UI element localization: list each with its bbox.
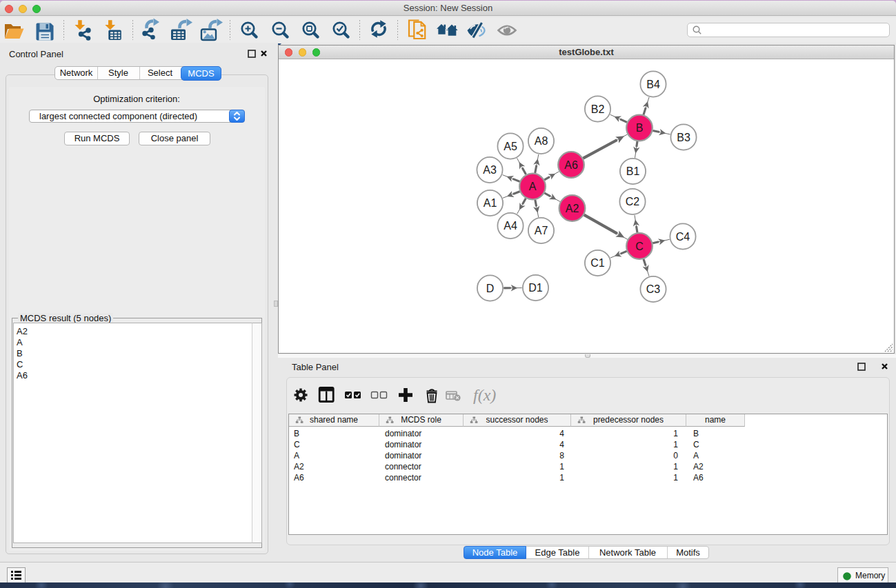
svg-text:C2: C2 [626, 196, 640, 207]
svg-text:A3: A3 [483, 164, 497, 176]
svg-text:f(x): f(x) [473, 386, 496, 404]
svg-text:A4: A4 [504, 220, 517, 232]
svg-text:D: D [486, 283, 495, 294]
svg-text:B3: B3 [677, 132, 690, 143]
svg-text:B4: B4 [646, 79, 660, 90]
svg-text:C1: C1 [590, 257, 605, 269]
svg-text:A5: A5 [504, 141, 517, 152]
svg-text:B: B [636, 122, 644, 134]
svg-text:C4: C4 [676, 231, 690, 243]
svg-text:D1: D1 [528, 282, 543, 294]
svg-text:A6: A6 [564, 159, 578, 171]
svg-text:A7: A7 [535, 225, 548, 236]
svg-text:A: A [529, 181, 537, 192]
svg-text:B2: B2 [591, 103, 605, 115]
svg-text:A1: A1 [484, 197, 497, 209]
svg-text:A2: A2 [566, 203, 579, 214]
svg-text:C: C [635, 241, 644, 252]
svg-text:A8: A8 [535, 135, 548, 147]
svg-text:B1: B1 [626, 165, 640, 177]
svg-text:C3: C3 [646, 283, 661, 295]
